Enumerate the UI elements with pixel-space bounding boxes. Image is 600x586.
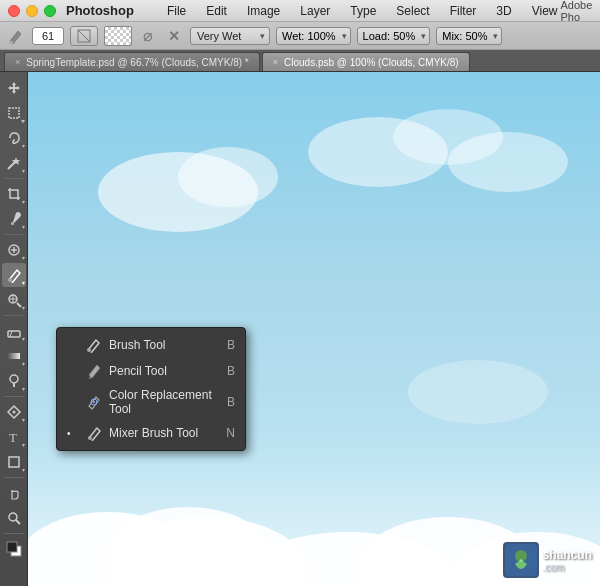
ctx-brush-shortcut: B	[227, 338, 235, 352]
tool-heal[interactable]: ▾	[2, 238, 26, 262]
tool-crop[interactable]: ▾	[2, 182, 26, 206]
svg-point-21	[9, 513, 17, 521]
svg-point-43	[95, 428, 97, 430]
tab-close-spring[interactable]: ×	[15, 57, 20, 67]
mix-field[interactable]: Mix: 50%	[436, 27, 502, 45]
ctx-pencil-label: Pencil Tool	[109, 364, 221, 378]
svg-point-41	[93, 401, 95, 403]
svg-point-42	[88, 436, 92, 440]
svg-rect-0	[9, 41, 13, 44]
menu-select[interactable]: Select	[393, 4, 432, 18]
tool-magic-wand[interactable]: ▾	[2, 151, 26, 175]
svg-rect-24	[7, 542, 17, 552]
watermark: shancun .com	[503, 542, 592, 578]
canvas-area: Brush Tool B Pencil Tool B Color Replace…	[28, 72, 600, 586]
tab-label-spring: SpringTemplate.psd @ 66.7% (Clouds, CMYK…	[26, 57, 248, 68]
svg-rect-5	[11, 222, 14, 225]
ctx-mixer-icon	[85, 424, 103, 442]
menu-bar: File Edit Image Layer Type Select Filter…	[164, 4, 561, 18]
ctx-color-replace-icon	[85, 393, 103, 411]
options-bar: 61 ⌀ ✕ Very Wet Wet: 100% Load: 50% Mix:…	[0, 22, 600, 50]
tool-eraser[interactable]: ▾	[2, 319, 26, 343]
svg-point-39	[87, 348, 91, 352]
menu-filter[interactable]: Filter	[447, 4, 480, 18]
menu-file[interactable]: File	[164, 4, 189, 18]
ctx-brush-label: Brush Tool	[109, 338, 221, 352]
wet-field[interactable]: Wet: 100%	[276, 27, 351, 45]
ctx-brush-tool[interactable]: Brush Tool B	[57, 332, 245, 358]
tool-dodge[interactable]: ▾	[2, 369, 26, 393]
tool-colors[interactable]	[2, 537, 26, 561]
menu-type[interactable]: Type	[347, 4, 379, 18]
watermark-sitename: shancun	[543, 548, 592, 562]
watermark-text-block: shancun .com	[543, 548, 592, 573]
app-name: Photoshop	[66, 3, 134, 18]
menu-edit[interactable]: Edit	[203, 4, 230, 18]
svg-rect-14	[8, 353, 20, 359]
workspace: ▾ ▾ ▾ ▾ ▾ ▾ ▾ ▾	[0, 72, 600, 586]
ctx-color-replace-shortcut: B	[227, 395, 235, 409]
minimize-button[interactable]	[26, 5, 38, 17]
tool-hand[interactable]	[2, 481, 26, 505]
title-bar: Photoshop File Edit Image Layer Type Sel…	[0, 0, 600, 22]
maximize-button[interactable]	[44, 5, 56, 17]
ctx-brush-icon	[85, 336, 103, 354]
svg-point-17	[12, 411, 15, 414]
ctx-color-replace-label: Color Replacement Tool	[109, 388, 221, 416]
watermark-domain: .com	[543, 562, 592, 573]
toolbar: ▾ ▾ ▾ ▾ ▾ ▾ ▾ ▾	[0, 72, 28, 586]
menu-image[interactable]: Image	[244, 4, 283, 18]
cancel-icon[interactable]: ✕	[164, 26, 184, 46]
brush-size-field[interactable]: 61	[32, 27, 64, 45]
tool-brush[interactable]: ▾	[2, 263, 26, 287]
tool-move[interactable]	[2, 76, 26, 100]
tab-label-clouds: Clouds.psb @ 100% (Clouds, CMYK/8)	[284, 57, 459, 68]
tool-shape[interactable]: ▾	[2, 450, 26, 474]
tool-lasso[interactable]: ▾	[2, 126, 26, 150]
tab-spring-template[interactable]: × SpringTemplate.psd @ 66.7% (Clouds, CM…	[4, 52, 260, 71]
tab-close-clouds[interactable]: ×	[273, 57, 278, 67]
close-button[interactable]	[8, 5, 20, 17]
menu-layer[interactable]: Layer	[297, 4, 333, 18]
load-field[interactable]: Load: 50%	[357, 27, 431, 45]
context-menu: Brush Tool B Pencil Tool B Color Replace…	[56, 327, 246, 451]
svg-rect-19	[9, 457, 19, 467]
menu-view[interactable]: View	[529, 4, 561, 18]
tool-gradient[interactable]: ▾	[2, 344, 26, 368]
tool-zoom[interactable]	[2, 506, 26, 530]
tool-clone[interactable]: ▾	[2, 288, 26, 312]
watermark-logo	[503, 542, 539, 578]
svg-line-2	[78, 30, 90, 42]
tool-marquee[interactable]: ▾ ▾	[2, 101, 26, 125]
ctx-mixer-check: •	[67, 428, 79, 439]
ctx-mixer-shortcut: N	[226, 426, 235, 440]
svg-point-9	[8, 278, 12, 282]
brush-tool-icon[interactable]	[6, 26, 26, 46]
svg-text:T: T	[9, 430, 17, 445]
menu-3d[interactable]: 3D	[493, 4, 514, 18]
ctx-mixer-label: Mixer Brush Tool	[109, 426, 220, 440]
preset-dropdown[interactable]: Very Wet	[190, 27, 270, 45]
window-title: Adobe Pho	[561, 0, 593, 23]
traffic-lights	[8, 5, 56, 17]
tool-pen[interactable]: ▾	[2, 400, 26, 424]
document-tabs: × SpringTemplate.psd @ 66.7% (Clouds, CM…	[0, 50, 600, 72]
airbrush-icon[interactable]: ⌀	[138, 26, 158, 46]
checkerboard-icon[interactable]	[104, 26, 132, 46]
ctx-pencil-shortcut: B	[227, 364, 235, 378]
svg-line-22	[16, 520, 20, 524]
ctx-color-replace-tool[interactable]: Color Replacement Tool B	[57, 384, 245, 420]
tool-eyedropper[interactable]: ▾	[2, 207, 26, 231]
brush-preset-btn[interactable]	[70, 26, 98, 46]
ctx-mixer-brush-tool[interactable]: • Mixer Brush Tool N	[57, 420, 245, 446]
ctx-pencil-tool[interactable]: Pencil Tool B	[57, 358, 245, 384]
ctx-pencil-icon	[85, 362, 103, 380]
svg-rect-3	[9, 108, 19, 118]
tool-type[interactable]: T ▾	[2, 425, 26, 449]
svg-point-15	[10, 375, 18, 383]
tab-clouds[interactable]: × Clouds.psb @ 100% (Clouds, CMYK/8)	[262, 52, 470, 71]
